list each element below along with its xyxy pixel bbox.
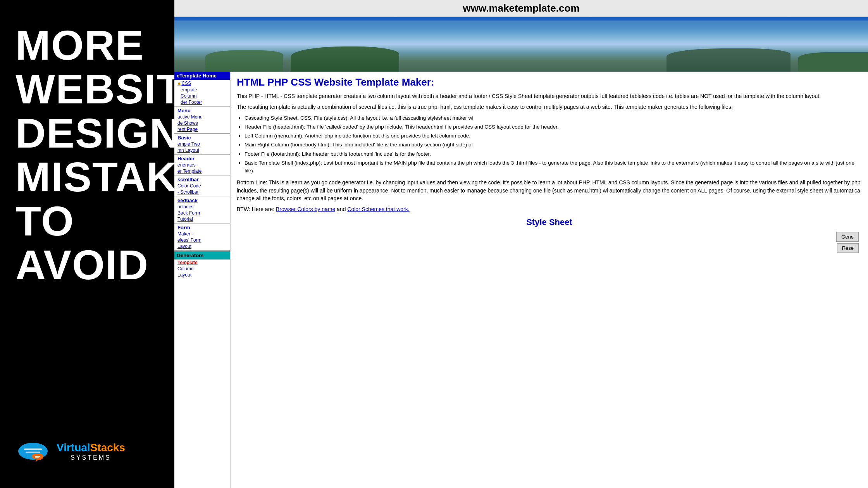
color-schemes-link[interactable]: Color Schemes that work. <box>347 206 409 212</box>
nav-divider-3 <box>174 154 230 155</box>
content-list: Cascading Style Sheet, CSS, File (style.… <box>245 114 862 175</box>
nav-maker[interactable]: Maker - <box>174 231 230 237</box>
nav-gen-layout[interactable]: Layout <box>174 272 230 278</box>
nav-scrollbar2[interactable]: - Scrollbar <box>174 189 230 195</box>
svg-rect-4 <box>26 452 40 453</box>
nav-column[interactable]: Column <box>174 93 230 99</box>
nav-generates[interactable]: enerates <box>174 162 230 168</box>
nav-generators[interactable]: Generators <box>174 251 230 259</box>
list-item: Footer File (footer.html): Like header b… <box>245 150 862 158</box>
nav-tutorial[interactable]: Tutorial <box>174 216 230 222</box>
nav-current-page[interactable]: rent Page <box>174 126 230 132</box>
nav-header[interactable]: Header <box>174 155 230 162</box>
nav-divider-6 <box>174 223 230 223</box>
nav-etemplate-home[interactable]: eTemplate Home <box>174 72 230 80</box>
site-url: www.maketemplate.com <box>174 0 868 17</box>
nav-color-code[interactable]: Color Code <box>174 183 230 189</box>
nav-divider-4 <box>174 175 230 175</box>
left-panel: MORE WEBSITE DESIGN MISTAKES TO AVOID Vi… <box>0 0 174 488</box>
button-area: Gene Rese <box>237 230 862 253</box>
nav-slide-shows[interactable]: de Shows <box>174 120 230 126</box>
svg-rect-3 <box>24 448 42 450</box>
list-item: Main Right Column (homebody.html): This … <box>245 141 862 149</box>
nav-er-template[interactable]: er Template <box>174 168 230 174</box>
nav-css[interactable]: ● CSS <box>174 80 230 87</box>
svg-rect-6 <box>35 457 39 458</box>
right-panel: www.maketemplate.com eTemplate Home ● CS… <box>174 0 868 488</box>
logo-text: VirtualStacks SYSTEMS <box>57 441 125 462</box>
nav-column-layout[interactable]: mn Layout <box>174 147 230 153</box>
nav-divider-1 <box>174 106 230 107</box>
css-bullet-icon: ● <box>177 80 181 86</box>
svg-rect-5 <box>35 456 40 457</box>
nav-gen-column[interactable]: Column <box>174 266 230 272</box>
nav-basic[interactable]: Basic <box>174 134 230 141</box>
generate-button[interactable]: Gene <box>836 232 859 242</box>
nav-template-two[interactable]: emple Two <box>174 141 230 147</box>
content-para2: The resulting template is actually a com… <box>237 103 862 111</box>
nav-feedback[interactable]: eedback <box>174 197 230 204</box>
logo-area: VirtualStacks SYSTEMS <box>16 438 159 465</box>
nav-der-footer[interactable]: der Footer <box>174 99 230 105</box>
browser-colors-link[interactable]: Browser Colors by name <box>276 206 335 212</box>
content-subtitle: Style Sheet <box>237 217 862 227</box>
nav-scrollbar[interactable]: scrollbar <box>174 176 230 183</box>
main-title: MORE WEBSITE DESIGN MISTAKES TO AVOID <box>16 23 159 287</box>
nav-divider-7 <box>174 250 230 251</box>
website-content: www.maketemplate.com eTemplate Home ● CS… <box>174 0 868 488</box>
nav-active-menu[interactable]: active Menu <box>174 114 230 120</box>
content-para1: This PHP - HTML - CSS template generator… <box>237 92 862 100</box>
content-btw: BTW: Here are: Browser Colors by name an… <box>237 205 862 213</box>
virtualstacks-logo-icon <box>16 438 50 465</box>
nav-gen-template[interactable]: Template <box>174 259 230 266</box>
content-title: HTML PHP CSS Website Template Maker: <box>237 76 862 88</box>
nav-divider-5 <box>174 196 230 196</box>
list-item: Left Column (menu.html): Another php inc… <box>245 132 862 140</box>
header-image <box>174 17 868 72</box>
site-main-content: HTML PHP CSS Website Template Maker: Thi… <box>231 72 868 488</box>
nav-wireless-form[interactable]: eless' Form <box>174 237 230 243</box>
site-nav: eTemplate Home ● CSS emplate Column der … <box>174 72 231 488</box>
list-item: Basic Template Shell (index.php): Last b… <box>245 159 862 175</box>
content-para3: Bottom Line: This is a learn as you go c… <box>237 179 862 202</box>
list-item: Header File (header.html): The file 'cal… <box>245 123 862 131</box>
nav-form[interactable]: Form <box>174 224 230 231</box>
nav-back-form[interactable]: Back Form <box>174 210 230 216</box>
site-header: www.maketemplate.com <box>174 0 868 72</box>
nav-divider-2 <box>174 133 230 134</box>
nav-includes[interactable]: ncludes <box>174 204 230 210</box>
list-item: Cascading Style Sheet, CSS, File (style.… <box>245 114 862 122</box>
nav-template[interactable]: emplate <box>174 87 230 93</box>
site-body: eTemplate Home ● CSS emplate Column der … <box>174 72 868 488</box>
nav-menu[interactable]: Menu <box>174 107 230 114</box>
nav-layout[interactable]: Layout <box>174 243 230 249</box>
reset-button[interactable]: Rese <box>837 243 859 253</box>
